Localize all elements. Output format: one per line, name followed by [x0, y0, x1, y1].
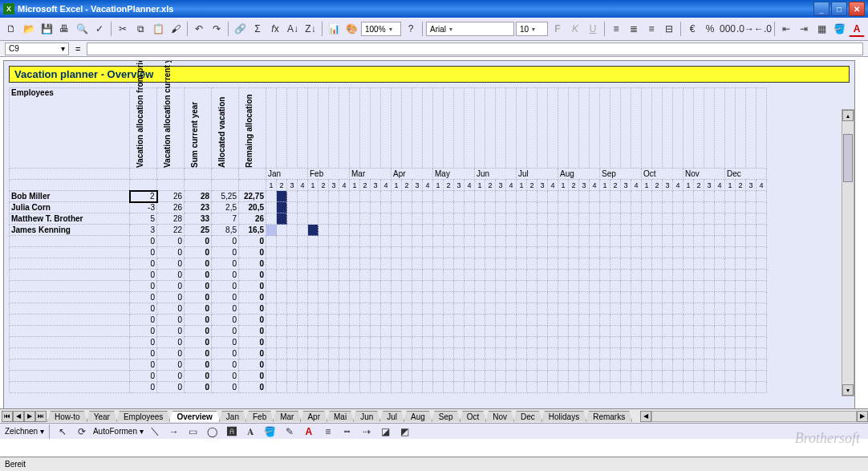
close-button[interactable]: ✕ [849, 2, 865, 16]
shadow-icon[interactable]: ◪ [378, 424, 394, 440]
font-color-icon[interactable]: A [849, 21, 865, 37]
table-row[interactable]: James Kenning322258,516,5 [10, 225, 767, 236]
tab-first-icon[interactable]: ⏮ [2, 411, 13, 422]
currency-icon[interactable]: € [684, 21, 700, 37]
horizontal-scrollbar[interactable]: ◀▶ [640, 411, 868, 422]
fill-color-icon[interactable]: 🪣 [831, 21, 847, 37]
paste-icon[interactable]: 📋 [150, 21, 166, 37]
spell-icon[interactable]: ✓ [91, 21, 107, 37]
line-icon[interactable]: ＼ [147, 424, 163, 440]
table-row[interactable]: 00000 [10, 303, 767, 315]
sort-desc-icon[interactable]: Z↓ [302, 21, 318, 37]
sheet-tab-oct[interactable]: Oct [460, 411, 487, 422]
sheet-tab-feb[interactable]: Feb [245, 411, 274, 422]
table-row[interactable]: 00000 [10, 348, 767, 359]
vertical-scrollbar[interactable]: ▴ ▾ [842, 109, 854, 396]
table-row[interactable]: 00000 [10, 382, 767, 393]
redo-icon[interactable]: ↷ [209, 21, 225, 37]
textbox-icon[interactable]: 🅰 [224, 424, 240, 440]
sheet-tab-holidays[interactable]: Holidays [541, 411, 586, 422]
indent-dec-icon[interactable]: ⇤ [778, 21, 794, 37]
table-row[interactable]: 00000 [10, 359, 767, 371]
rotate-icon[interactable]: ⟳ [74, 424, 90, 440]
sheet-tab-overview[interactable]: Overview [169, 411, 219, 422]
table-row[interactable]: Julia Corn-326232,520,5 [10, 202, 767, 213]
table-row[interactable]: Matthew T. Brother52833726 [10, 213, 767, 225]
worksheet[interactable]: Vacation planner - Overview EmployeesVac… [3, 60, 855, 429]
sheet-tab-how-to[interactable]: How-to [47, 411, 87, 422]
table-row[interactable]: 00000 [10, 315, 767, 326]
save-icon[interactable]: 💾 [39, 21, 55, 37]
oval-icon[interactable]: ◯ [205, 424, 221, 440]
sheet-tab-mai[interactable]: Mai [327, 411, 354, 422]
font-select[interactable]: Arial▾ [426, 22, 514, 36]
zoom-select[interactable]: 100%▾ [361, 22, 401, 36]
sheet-tab-aug[interactable]: Aug [404, 411, 432, 422]
threed-icon[interactable]: ◩ [397, 424, 413, 440]
table-row[interactable]: 00000 [10, 281, 767, 292]
table-row[interactable]: 00000 [10, 258, 767, 270]
table-row[interactable]: 00000 [10, 247, 767, 258]
line-color-icon[interactable]: ✎ [282, 424, 298, 440]
dec-decimal-icon[interactable]: ←.0 [755, 21, 771, 37]
tab-next-icon[interactable]: ▶ [24, 411, 35, 422]
fill-icon[interactable]: 🪣 [262, 424, 278, 440]
formula-input[interactable] [87, 43, 863, 55]
help-icon[interactable]: ? [403, 21, 419, 37]
wordart-icon[interactable]: 𝐀 [243, 424, 259, 440]
align-left-icon[interactable]: ≡ [608, 21, 624, 37]
comma-icon[interactable]: 000 [720, 21, 736, 37]
table-row[interactable]: Bob Miller226285,2522,75 [10, 191, 767, 202]
select-arrow-icon[interactable]: ↖ [55, 424, 71, 440]
tab-last-icon[interactable]: ⏭ [35, 411, 47, 422]
sheet-tab-remarks[interactable]: Remarks [586, 411, 632, 422]
font-color-icon[interactable]: A [301, 424, 317, 440]
font-size-select[interactable]: 10▾ [516, 22, 548, 36]
borders-icon[interactable]: ▦ [813, 21, 829, 37]
indent-inc-icon[interactable]: ⇥ [796, 21, 812, 37]
percent-icon[interactable]: % [702, 21, 718, 37]
copy-icon[interactable]: ⧉ [132, 21, 148, 37]
cut-icon[interactable]: ✂ [115, 21, 131, 37]
table-row[interactable]: 00000 [10, 270, 767, 281]
minimize-button[interactable]: _ [813, 2, 829, 16]
arrow-icon[interactable]: → [166, 424, 182, 440]
table-row[interactable]: 00000 [10, 371, 767, 382]
table-row[interactable]: 00000 [10, 236, 767, 247]
bold-icon[interactable]: F [550, 21, 566, 37]
name-box[interactable]: C9▾ [5, 43, 69, 55]
preview-icon[interactable]: 🔍 [74, 21, 90, 37]
sheet-tab-jul[interactable]: Jul [379, 411, 404, 422]
autosum-icon[interactable]: Σ [249, 21, 266, 37]
sheet-tab-mar[interactable]: Mar [273, 411, 301, 422]
rect-icon[interactable]: ▭ [185, 424, 201, 440]
sort-asc-icon[interactable]: A↓ [285, 21, 301, 37]
sheet-tab-nov[interactable]: Nov [485, 411, 514, 422]
draw-menu[interactable]: Zeichnen ▾ [5, 427, 44, 436]
sheet-tab-apr[interactable]: Apr [300, 411, 327, 422]
dash-style-icon[interactable]: ┅ [339, 424, 355, 440]
maximize-button[interactable]: □ [831, 2, 847, 16]
undo-icon[interactable]: ↶ [191, 21, 207, 37]
italic-icon[interactable]: K [567, 21, 583, 37]
inc-decimal-icon[interactable]: .0→ [737, 21, 753, 37]
sheet-tab-jun[interactable]: Jun [353, 411, 380, 422]
sheet-tab-jan[interactable]: Jan [219, 411, 246, 422]
table-row[interactable]: 00000 [10, 292, 767, 303]
open-icon[interactable]: 📂 [21, 21, 37, 37]
sheet-tab-dec[interactable]: Dec [513, 411, 542, 422]
sheet-tab-sep[interactable]: Sep [432, 411, 460, 422]
sheet-tab-employees[interactable]: Employees [116, 411, 170, 422]
new-icon[interactable]: 🗋 [3, 21, 19, 37]
autoshapes-menu[interactable]: AutoFormen ▾ [93, 427, 144, 436]
line-style-icon[interactable]: ≡ [320, 424, 336, 440]
tab-prev-icon[interactable]: ◀ [13, 411, 24, 422]
table-row[interactable]: 00000 [10, 337, 767, 348]
merge-icon[interactable]: ⊟ [661, 21, 677, 37]
fx-icon[interactable]: fx [267, 21, 283, 37]
arrow-style-icon[interactable]: ⇢ [359, 424, 375, 440]
chart-icon[interactable]: 📊 [326, 21, 342, 37]
print-icon[interactable]: 🖶 [56, 21, 72, 37]
align-center-icon[interactable]: ≣ [626, 21, 642, 37]
format-painter-icon[interactable]: 🖌 [168, 21, 184, 37]
